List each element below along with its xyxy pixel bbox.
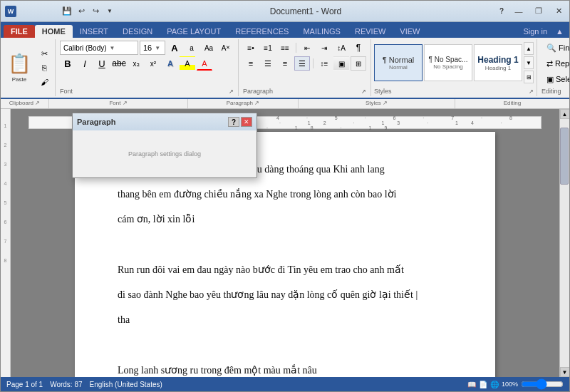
tab-home[interactable]: HOME xyxy=(35,25,73,38)
tab-mailings[interactable]: MAILINGS xyxy=(296,25,348,38)
style-heading-name: Heading 1 xyxy=(485,65,511,71)
bold-button[interactable]: B xyxy=(60,56,76,71)
page-info: Page 1 of 1 xyxy=(6,381,43,388)
styles-scroll-down-button[interactable]: ▼ xyxy=(524,56,534,69)
style-nospace[interactable]: ¶ No Spac... No Spacing xyxy=(424,44,472,81)
ribbon-arrow-icon[interactable]: ▲ xyxy=(553,25,566,38)
tab-view[interactable]: VIEW xyxy=(393,25,427,38)
font-name-dropdown[interactable]: Calibri (Body) ▼ xyxy=(60,41,138,55)
window-title: Document1 - Word xyxy=(116,6,495,16)
status-bar: Page 1 of 1 Words: 87 English (United St… xyxy=(1,377,569,391)
paragraph-dialog-launcher[interactable]: ↗ xyxy=(361,88,366,95)
style-normal[interactable]: ¶ Normal Normal xyxy=(374,44,423,81)
editing-group: 🔍 Find ▼ ⇄ Replace ▣ Select - Editing xyxy=(537,39,570,96)
underline-button[interactable]: U xyxy=(94,56,110,71)
tab-review[interactable]: REVIEW xyxy=(348,25,393,38)
style-heading1[interactable]: Heading 1 Heading 1 xyxy=(474,44,522,81)
zoom-slider[interactable] xyxy=(521,381,564,388)
styles-group: ¶ Normal Normal ¶ No Spac... No Spacing … xyxy=(371,39,537,96)
paste-button[interactable]: 📋 Paste xyxy=(4,49,35,86)
increase-indent-button[interactable]: ⇥ xyxy=(316,41,332,55)
print-view-button[interactable]: 📄 xyxy=(479,381,487,388)
select-button[interactable]: ▣ Select - xyxy=(542,72,570,86)
text-line-3: cám ơn, lời xin lỗi xyxy=(118,210,452,228)
scroll-track xyxy=(560,119,569,367)
scroll-thumb[interactable] xyxy=(560,128,569,185)
close-window-button[interactable]: ✕ xyxy=(549,2,568,21)
styles-dialog-launcher[interactable]: ↗ xyxy=(529,88,534,95)
font-shrink-button[interactable]: a xyxy=(184,41,200,55)
redo-button[interactable]: ↪ xyxy=(89,5,102,18)
dialog-title: Paragraph xyxy=(77,118,115,126)
styles-group-label: Styles ↗ xyxy=(374,88,534,95)
ribbon-tabs: FILE HOME INSERT DESIGN PAGE LAYOUT REFE… xyxy=(1,22,569,38)
dialog-titlebar: Paragraph ? ✕ xyxy=(73,113,256,130)
bullets-button[interactable]: ≡• xyxy=(243,41,259,55)
dialog-help-button[interactable]: ? xyxy=(228,117,239,127)
clear-format-button[interactable]: A✕ xyxy=(218,41,234,55)
text-line-2: thang bên em đường chiều nắng xa Nghe tr… xyxy=(118,185,452,203)
read-view-button[interactable]: 📖 xyxy=(467,381,476,388)
align-left-button[interactable]: ≡ xyxy=(243,56,259,71)
multilevel-list-button[interactable]: ≡≡ xyxy=(277,41,293,55)
clipboard-label: Clipboard ↗ xyxy=(1,99,49,108)
line-spacing-button[interactable]: ↕≡ xyxy=(316,56,332,71)
format-painter-button[interactable]: 🖌 xyxy=(36,76,52,88)
scroll-down-button[interactable]: ▼ xyxy=(560,367,570,377)
tab-insert[interactable]: INSERT xyxy=(73,25,115,38)
text-line-9: Long lanh sương ru trong đêm một màu mắt… xyxy=(118,361,452,378)
vertical-scrollbar[interactable]: ▲ ▼ xyxy=(559,109,569,377)
align-center-button[interactable]: ☰ xyxy=(260,56,276,71)
undo-button[interactable]: ↩ xyxy=(75,5,88,18)
justify-button[interactable]: ☰ xyxy=(294,56,310,71)
scroll-up-button[interactable]: ▲ xyxy=(560,109,570,119)
tab-page-layout[interactable]: PAGE LAYOUT xyxy=(160,25,228,38)
language: English (United States) xyxy=(90,381,162,388)
font-label: Font ↗ xyxy=(49,99,188,108)
tab-file[interactable]: FILE xyxy=(4,25,35,38)
borders-button[interactable]: ⊞ xyxy=(351,56,366,71)
font-dialog-launcher[interactable]: ↗ xyxy=(229,88,234,95)
replace-button[interactable]: ⇄ Replace xyxy=(542,56,570,71)
styles-label: Styles ↗ xyxy=(299,99,455,108)
tab-design[interactable]: DESIGN xyxy=(115,25,160,38)
text-line-4 xyxy=(118,236,452,254)
superscript-button[interactable]: x² xyxy=(145,56,161,71)
font-color-button[interactable]: A xyxy=(197,56,212,71)
italic-button[interactable]: I xyxy=(77,56,93,71)
align-right-button[interactable]: ≡ xyxy=(277,56,293,71)
subscript-button[interactable]: x₂ xyxy=(128,56,144,71)
style-normal-preview: ¶ Normal xyxy=(383,56,414,64)
quick-access-more-button[interactable]: ▼ xyxy=(103,5,116,18)
dialog-close-button[interactable]: ✕ xyxy=(241,117,252,127)
styles-scroll-up-button[interactable]: ▲ xyxy=(524,42,534,55)
cut-button[interactable]: ✂ xyxy=(36,47,52,60)
view-controls: 📖 📄 🌐 100% xyxy=(467,381,564,388)
help-button[interactable]: ? xyxy=(495,5,508,18)
text-effect-button[interactable]: A xyxy=(162,56,178,71)
styles-scroll: ▲ ▼ ⊞ xyxy=(524,41,534,85)
tab-references[interactable]: REFERENCES xyxy=(228,25,296,38)
save-button[interactable]: 💾 xyxy=(61,5,73,18)
show-marks-button[interactable]: ¶ xyxy=(351,41,366,55)
font-size-dropdown[interactable]: 16 ▼ xyxy=(140,41,165,55)
styles-more-button[interactable]: ⊞ xyxy=(524,71,534,83)
sign-in-link[interactable]: Sign in xyxy=(517,25,553,38)
decrease-indent-button[interactable]: ⇤ xyxy=(299,41,315,55)
highlight-button[interactable]: A xyxy=(180,56,195,71)
sort-button[interactable]: ↕A xyxy=(333,41,349,55)
copy-button[interactable]: ⎘ xyxy=(36,61,52,74)
minimize-button[interactable]: — xyxy=(509,2,528,21)
ribbon-content: 📋 Paste ✂ ⎘ 🖌 Calibri (Body) ▼ 16 xyxy=(1,38,569,99)
numbering-button[interactable]: ≡1 xyxy=(260,41,276,55)
strikethrough-button[interactable]: abc xyxy=(111,56,127,71)
separator2 xyxy=(313,58,314,68)
shading-button[interactable]: ▣ xyxy=(333,56,349,71)
paste-label: Paste xyxy=(12,76,26,83)
change-case-button[interactable]: Aa xyxy=(201,41,217,55)
find-button[interactable]: 🔍 Find ▼ xyxy=(542,41,570,55)
web-view-button[interactable]: 🌐 xyxy=(490,381,499,388)
font-grow-button[interactable]: A xyxy=(167,41,182,55)
find-label: Find xyxy=(559,43,570,52)
restore-button[interactable]: ❐ xyxy=(529,2,548,21)
